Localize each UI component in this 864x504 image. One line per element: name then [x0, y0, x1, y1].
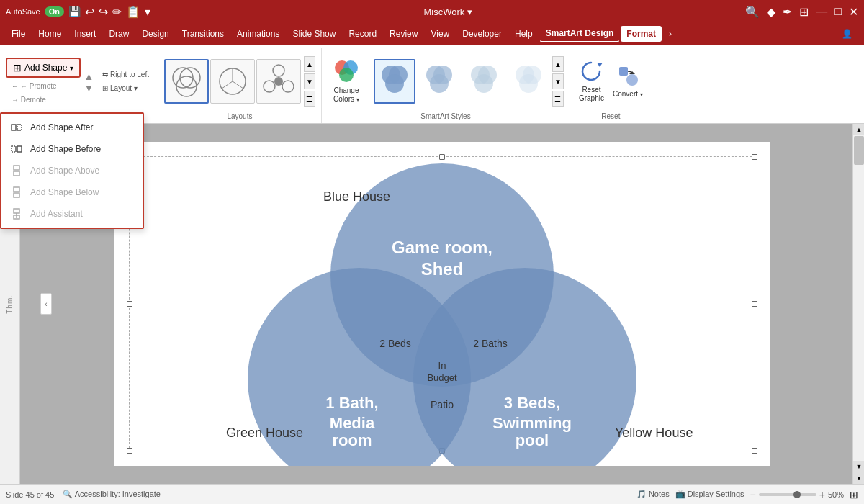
svg-rect-5 — [14, 171, 19, 176]
accessibility-info[interactable]: 🔍 Accessibility: Investigate — [63, 490, 161, 499]
redo-icon[interactable]: ↪ — [99, 5, 108, 19]
scroll-more-btn[interactable]: ▼ — [853, 472, 864, 484]
scroll-up-btn[interactable]: ▲ — [853, 124, 864, 135]
layouts-expand[interactable]: ☰ — [304, 91, 315, 107]
styles-scroll-up[interactable]: ▲ — [552, 56, 564, 72]
restore-btn[interactable]: □ — [834, 5, 842, 18]
add-shape-button[interactable]: ⊞ Add Shape ▾ — [6, 58, 81, 78]
menu-slideshow[interactable]: Slide Show — [287, 26, 341, 42]
fullscreen-icon[interactable]: ⊞ — [799, 5, 809, 19]
reset-graphic-button[interactable]: ResetGraphic — [576, 57, 607, 106]
svg-point-19 — [273, 65, 284, 76]
svg-text:Yellow House: Yellow House — [615, 426, 693, 440]
zoom-slider[interactable] — [759, 493, 816, 496]
menu-profile[interactable]: 👤 — [836, 26, 858, 42]
search-btn[interactable]: 🔍 — [745, 5, 760, 19]
styles-expand[interactable]: ☰ — [552, 91, 564, 107]
style-thumb-3[interactable] — [463, 59, 505, 104]
zoom-level: 50% — [828, 490, 844, 499]
styles-scroll-down[interactable]: ▼ — [552, 73, 564, 89]
save-icon[interactable]: 💾 — [68, 6, 81, 17]
menu-record[interactable]: Record — [343, 26, 382, 42]
close-btn[interactable]: ✕ — [849, 5, 858, 19]
style-thumb-2[interactable] — [418, 59, 460, 104]
customize-icon[interactable]: ▾ — [145, 5, 150, 19]
scroll-down-btn[interactable]: ▼ — [853, 461, 864, 472]
menu-format[interactable]: Format — [621, 26, 662, 42]
layout-thumb-1[interactable] — [164, 59, 209, 104]
zoom-thumb[interactable] — [793, 491, 801, 498]
scroll-thumb[interactable] — [854, 136, 864, 165]
zoom-minus-btn[interactable]: − — [750, 489, 756, 500]
promote-button[interactable]: ← ← Promote — [9, 81, 60, 91]
slide-area[interactable]: ‹ — [20, 124, 864, 484]
ribbon: ⊞ Add Shape ▾ ← ← Promote → Demote ▲ ▼ ⇆… — [0, 45, 864, 124]
menu-review[interactable]: Review — [384, 26, 423, 42]
layout-scroll: ▲ ▼ ☰ — [304, 56, 315, 107]
menu-animations[interactable]: Animations — [231, 26, 285, 42]
menu-draw[interactable]: Draw — [103, 26, 135, 42]
menu-help[interactable]: Help — [509, 26, 539, 42]
fit-slide-btn[interactable]: ⊞ — [850, 489, 858, 500]
svg-rect-7 — [14, 193, 19, 197]
svg-text:Game room,: Game room, — [392, 238, 492, 257]
menu-view[interactable]: View — [425, 26, 455, 42]
collapse-panel-arrow[interactable]: ‹ — [40, 293, 52, 315]
pen-icon[interactable]: ✏ — [112, 5, 122, 19]
layout-thumb-3[interactable] — [256, 59, 301, 104]
layouts-scroll-up[interactable]: ▲ — [304, 56, 315, 72]
file-dropdown-arrow[interactable]: ▾ — [467, 6, 472, 17]
add-shape-above-label: Add Shape Above — [30, 166, 99, 176]
move-up-button[interactable]: ▲ — [84, 71, 94, 81]
svg-rect-4 — [14, 166, 19, 170]
svg-rect-3 — [17, 146, 22, 152]
menu-smartart-design[interactable]: SmartArt Design — [540, 25, 620, 42]
vertical-scrollbar[interactable]: ▲ ▼ ▼ — [852, 124, 864, 484]
dropdown-add-shape-after[interactable]: Add Shape After — [1, 117, 143, 138]
move-down-button[interactable]: ▼ — [84, 83, 94, 93]
zoom-plus-btn[interactable]: + — [819, 489, 825, 500]
menu-file[interactable]: File — [6, 26, 31, 42]
change-colors-button[interactable]: ChangeColors ▾ — [328, 56, 365, 107]
slide-canvas: Blue House Game room, Shed 1 Bath, Media… — [114, 142, 770, 466]
convert-button[interactable]: Convert ▾ — [610, 61, 646, 102]
layouts-grid — [164, 59, 301, 104]
svg-point-21 — [264, 81, 275, 92]
menu-more[interactable]: › — [663, 26, 678, 42]
layouts-label: Layouts — [164, 112, 315, 123]
add-shape-below-icon — [10, 186, 23, 199]
menu-transitions[interactable]: Transitions — [176, 26, 230, 42]
svg-text:pool: pool — [516, 431, 549, 449]
dropdown-add-shape-before[interactable]: Add Shape Before — [1, 138, 143, 160]
style-thumb-4[interactable] — [508, 59, 549, 104]
minimize-btn[interactable]: — — [816, 5, 827, 18]
menu-home[interactable]: Home — [32, 26, 67, 42]
pen2-icon[interactable]: ✒ — [783, 5, 792, 19]
venn-diagram[interactable]: Blue House Game room, Shed 1 Bath, Media… — [114, 142, 770, 466]
right-to-left-button[interactable]: ⇆ Right to Left — [99, 69, 152, 80]
file-name-text: MiscWork — [423, 6, 464, 17]
status-right: 🎵 Notes 📺 Display Settings − + 50% ⊞ — [636, 489, 858, 500]
menu-design[interactable]: Design — [136, 26, 174, 42]
reset-group: ResetGraphic Convert ▾ Reset — [570, 48, 652, 123]
svg-text:Swimming: Swimming — [492, 414, 572, 432]
autosave-toggle[interactable]: On — [45, 6, 64, 17]
style-thumb-1[interactable] — [374, 59, 415, 104]
clipboard-icon[interactable]: 📋 — [126, 5, 140, 19]
display-settings-btn[interactable]: 📺 Display Settings — [675, 490, 744, 499]
status-bar: Slide 45 of 45 🔍 Accessibility: Investig… — [0, 484, 864, 504]
layout-button[interactable]: ⊞ Layout ▾ — [99, 83, 152, 94]
demote-button[interactable]: → Demote — [9, 94, 49, 105]
menu-developer[interactable]: Developer — [456, 26, 508, 42]
svg-rect-8 — [14, 209, 19, 213]
smartart-styles-top: ChangeColors ▾ — [328, 50, 564, 112]
undo-icon[interactable]: ↩ — [85, 5, 94, 19]
layout-thumb-2[interactable] — [210, 59, 255, 104]
diamond-icon[interactable]: ◆ — [767, 5, 775, 19]
notes-btn[interactable]: 🎵 Notes — [636, 490, 670, 499]
layouts-scroll-down[interactable]: ▼ — [304, 73, 315, 89]
svg-text:Media: Media — [330, 414, 375, 432]
add-shape-dropdown-arrow[interactable]: ▾ — [70, 64, 73, 72]
reset-top: ResetGraphic Convert ▾ — [576, 50, 646, 112]
menu-insert[interactable]: Insert — [68, 26, 102, 42]
